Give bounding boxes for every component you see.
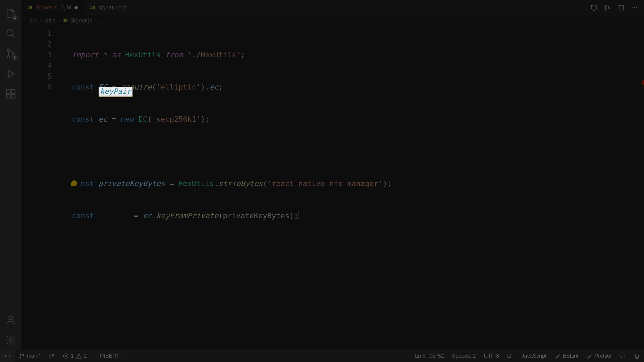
check-icon	[586, 353, 592, 359]
feedback-icon	[620, 353, 626, 359]
svg-rect-7	[11, 94, 15, 98]
explorer-button[interactable]: 1	[0, 3, 21, 23]
chevron-right-icon: ›	[58, 17, 60, 24]
breadcrumb[interactable]: src › Utils › JS Signer.js › ...	[21, 15, 644, 26]
crumb-utils[interactable]: Utils	[44, 17, 55, 24]
code-content[interactable]: import * as HexUtils from './HexUtils'; …	[72, 28, 639, 243]
more-icon[interactable]	[631, 4, 638, 11]
vim-mode: -- INSERT --	[91, 353, 128, 359]
remote-button[interactable]	[0, 350, 15, 362]
branch-icon	[19, 353, 25, 359]
search-button[interactable]	[0, 23, 21, 44]
indentation[interactable]: Spaces: 2	[448, 353, 480, 359]
notifications-button[interactable]	[630, 353, 644, 359]
status-bar: main* 1 2 -- INSERT -- Ln 6, Col 52 Spac…	[0, 350, 644, 362]
svg-point-12	[605, 9, 606, 10]
svg-point-18	[20, 354, 21, 355]
svg-rect-5	[11, 89, 15, 93]
svg-point-16	[634, 7, 635, 8]
feedback-button[interactable]	[616, 353, 630, 359]
warning-icon	[76, 353, 82, 359]
error-icon	[63, 353, 69, 359]
split-editor-icon[interactable]	[617, 4, 625, 11]
chevron-right-icon: ›	[40, 17, 42, 24]
settings-button[interactable]	[0, 330, 21, 350]
language-mode[interactable]: JavaScript	[518, 353, 551, 359]
svg-point-1	[7, 49, 10, 52]
activity-bar: 1 1	[0, 0, 21, 350]
compare-icon[interactable]	[604, 4, 611, 11]
check-icon	[554, 353, 560, 359]
svg-rect-4	[6, 89, 10, 93]
scm-badge: 1	[11, 54, 18, 61]
problems-indicator[interactable]: 1 2	[59, 353, 91, 359]
overview-error-marker[interactable]	[642, 80, 644, 85]
accounts-button[interactable]	[0, 310, 21, 330]
tab-bar: JS Signer.js 3, M JS signature.js	[21, 0, 644, 15]
js-icon: JS	[63, 18, 68, 23]
scm-button[interactable]: 1	[0, 44, 21, 64]
branch-indicator[interactable]: main*	[15, 353, 45, 359]
debug-button[interactable]	[0, 64, 21, 84]
cursor-position[interactable]: Ln 6, Col 52	[411, 353, 448, 359]
tab-annotation: 3, M	[61, 5, 71, 11]
tab-signer[interactable]: JS Signer.js 3, M	[21, 0, 84, 15]
editor-actions	[590, 0, 644, 15]
svg-point-9	[9, 338, 12, 341]
encoding[interactable]: UTF-8	[480, 353, 503, 359]
sync-icon	[49, 353, 55, 359]
js-icon: JS	[90, 5, 95, 10]
fold-indicator-icon[interactable]: ▸	[61, 84, 64, 95]
svg-point-11	[605, 5, 606, 7]
tab-signature[interactable]: JS signature.js	[84, 0, 134, 15]
bell-icon	[634, 353, 640, 359]
timeline-icon[interactable]	[590, 4, 598, 11]
text-cursor	[299, 212, 299, 220]
svg-point-8	[9, 316, 12, 320]
crumb-symbol[interactable]: ...	[100, 17, 104, 24]
extensions-button[interactable]	[0, 84, 21, 104]
crumb-file[interactable]: Signer.js	[70, 17, 92, 24]
prettier-status[interactable]: Prettier	[582, 353, 616, 359]
svg-point-17	[636, 7, 637, 8]
js-icon: JS	[28, 5, 32, 10]
svg-rect-6	[6, 94, 10, 98]
lightbulb-icon[interactable]	[71, 180, 77, 186]
svg-point-13	[608, 7, 610, 9]
svg-point-0	[7, 30, 13, 36]
svg-point-20	[23, 355, 24, 356]
sync-button[interactable]	[45, 353, 59, 359]
explorer-badge: 1	[11, 14, 18, 21]
crumb-src[interactable]: src	[30, 17, 37, 24]
dirty-indicator-icon	[74, 6, 78, 9]
svg-point-19	[20, 357, 21, 358]
chevron-right-icon: ›	[95, 17, 97, 24]
svg-point-2	[7, 56, 10, 58]
eol[interactable]: LF	[503, 353, 518, 359]
code-editor[interactable]: 123 456 ▸ import * as HexUtils from './H…	[21, 26, 644, 350]
svg-point-15	[632, 7, 633, 8]
line-gutter: 123 456	[21, 26, 62, 350]
tab-filename: Signer.js	[36, 4, 57, 11]
eslint-status[interactable]: ESLint	[550, 353, 582, 359]
tab-filename: signature.js	[98, 4, 127, 11]
